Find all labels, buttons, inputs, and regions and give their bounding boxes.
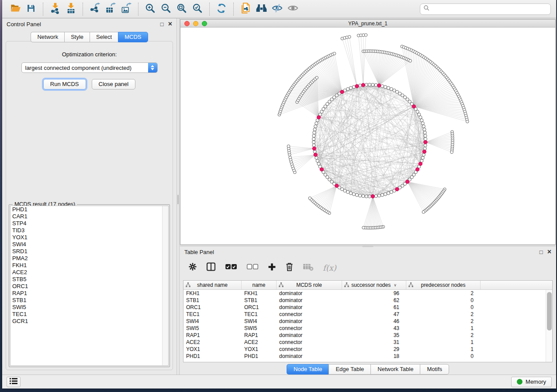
open-file-button[interactable]: [7, 2, 23, 17]
table-row[interactable]: TEC1TEC1connector472: [183, 311, 552, 318]
network-canvas[interactable]: [180, 28, 555, 244]
function-builder-button[interactable]: f(x): [323, 263, 336, 272]
network-window: YPA_prune.txt_1: [180, 19, 556, 245]
toolbar-separator: [209, 3, 210, 16]
tab-edge-table[interactable]: Edge Table: [329, 364, 370, 375]
mcds-result-item[interactable]: TID3: [10, 227, 168, 234]
mcds-result-item[interactable]: TEC1: [10, 311, 168, 318]
cell-MCDS-role: connector: [277, 339, 342, 346]
select-all-rows-button[interactable]: [225, 264, 237, 272]
delete-table-button[interactable]: [303, 263, 314, 273]
table-scrollbar[interactable]: [546, 290, 552, 362]
delete-columns-button[interactable]: [285, 262, 294, 273]
hide-selected-button[interactable]: [269, 2, 285, 17]
mcds-result-item[interactable]: RAP1: [10, 290, 168, 297]
mcds-result-item[interactable]: CAR1: [10, 213, 168, 220]
zoom-selected-button[interactable]: [190, 2, 205, 17]
cell-shared-name: YOX1: [183, 346, 242, 353]
zoom-fit-button[interactable]: [174, 2, 190, 17]
column-header-predecessor-nodes[interactable]: predecessor nodes: [406, 281, 481, 289]
table-row[interactable]: SWI5SWI5connector431: [183, 325, 552, 332]
tab-motifs[interactable]: Motifs: [420, 364, 449, 375]
export-network-button[interactable]: [87, 2, 103, 17]
mcds-result-item[interactable]: PHD1: [10, 206, 168, 213]
import-network-button[interactable]: [47, 2, 63, 17]
clone-network-icon: [240, 2, 252, 16]
network-window-titlebar[interactable]: YPA_prune.txt_1: [180, 20, 555, 28]
zoom-out-button[interactable]: [158, 2, 174, 17]
mcds-result-item[interactable]: PMA2: [10, 255, 168, 262]
mcds-result-item[interactable]: STB1: [10, 297, 168, 304]
search-box[interactable]: [420, 3, 551, 15]
cell-MCDS-role: connector: [277, 311, 342, 318]
control-panel: Control Panel □ × NetworkStyleSelectMCDS…: [2, 18, 176, 375]
tab-style[interactable]: Style: [64, 32, 90, 42]
table-scrollbar-thumb[interactable]: [547, 292, 552, 330]
add-column-button[interactable]: [268, 263, 276, 273]
show-panel-list-button[interactable]: [7, 377, 21, 387]
table-row[interactable]: ACE2ACE2connector311: [183, 339, 552, 346]
first-neighbors-button[interactable]: [253, 2, 269, 17]
column-layout-button[interactable]: [206, 262, 216, 273]
mcds-result-item[interactable]: SWI5: [10, 304, 168, 311]
tab-node-table[interactable]: Node Table: [287, 364, 329, 375]
cell-name: ORC1: [242, 304, 277, 311]
column-header-shared-name[interactable]: shared name: [183, 281, 242, 289]
zoom-selected-icon: [192, 3, 203, 16]
mcds-result-item[interactable]: ORC1: [10, 283, 168, 290]
refresh-view-button[interactable]: [214, 2, 229, 17]
cell-name: SWI4: [242, 318, 277, 325]
close-panel-icon[interactable]: ×: [168, 21, 172, 28]
mcds-result-item[interactable]: YOX1: [10, 234, 168, 241]
mcds-result-list[interactable]: PHD1CAR1STP4TID3YOX1SWI4SRD1PMA2FKH1ACE2…: [10, 206, 169, 366]
mcds-result-item[interactable]: FKH1: [10, 262, 168, 269]
tab-network[interactable]: Network: [31, 32, 64, 42]
table-header-row: shared namenameMCDS rolesuccessor nodes∨…: [183, 281, 552, 290]
network-graph[interactable]: [180, 28, 555, 244]
memory-label: Memory: [526, 378, 546, 385]
table-row[interactable]: STB1STB1dominator620: [183, 297, 552, 304]
export-image-button[interactable]: [118, 2, 134, 17]
cell-predecessor-nodes: 2: [406, 290, 481, 297]
vertical-splitter[interactable]: [176, 18, 180, 375]
clone-network-button[interactable]: [238, 2, 253, 17]
float-panel-icon[interactable]: □: [160, 21, 164, 27]
close-panel-button[interactable]: Close panel: [92, 79, 136, 89]
tab-select[interactable]: Select: [90, 32, 118, 42]
tab-network-table[interactable]: Network Table: [370, 364, 420, 375]
mcds-result-item[interactable]: ACE2: [10, 269, 168, 276]
memory-button[interactable]: Memory: [511, 377, 552, 387]
column-header-successor-nodes[interactable]: successor nodes∨: [342, 281, 406, 289]
export-table-button[interactable]: [103, 2, 118, 17]
close-table-panel-icon[interactable]: ×: [547, 248, 551, 255]
table-settings-button[interactable]: [188, 262, 197, 273]
deselect-all-rows-button[interactable]: [246, 264, 259, 272]
run-mcds-button[interactable]: Run MCDS: [43, 79, 86, 89]
gear-icon: [188, 262, 197, 273]
table-row[interactable]: PHD1PHD1dominator180: [183, 353, 552, 360]
table-row[interactable]: SWI4SWI4dominator462: [183, 318, 552, 325]
tab-mcds[interactable]: MCDS: [118, 32, 148, 42]
mcds-result-item[interactable]: STB5: [10, 276, 168, 283]
show-all-button[interactable]: [285, 2, 301, 17]
search-input[interactable]: [430, 6, 547, 12]
table-row[interactable]: RAP1RAP1dominator352: [183, 332, 552, 339]
table-row[interactable]: ORC1ORC1dominator610: [183, 304, 552, 311]
table-row[interactable]: YOX1YOX1connector291: [183, 346, 552, 353]
table-row[interactable]: FKH1FKH1dominator962: [183, 290, 552, 297]
optimization-criterion-select[interactable]: largest connected component (undirected): [21, 62, 158, 73]
column-header-MCDS-role[interactable]: MCDS role: [277, 281, 342, 289]
result-list-scrollbar[interactable]: [162, 206, 168, 365]
cell-shared-name: PHD1: [183, 353, 242, 360]
column-header-name[interactable]: name: [242, 281, 277, 289]
save-session-button[interactable]: [23, 2, 39, 17]
table-panel: Table Panel □ × f(x) shared namenameMCDS…: [180, 246, 556, 375]
mcds-result-item[interactable]: SRD1: [10, 248, 168, 255]
mcds-result-item[interactable]: GCR1: [10, 318, 168, 325]
import-table-button[interactable]: [63, 2, 79, 17]
mcds-result-item[interactable]: STP4: [10, 220, 168, 227]
mcds-result-item[interactable]: SWI4: [10, 241, 168, 248]
horizontal-splitter-grip[interactable]: [362, 245, 374, 247]
zoom-in-button[interactable]: [142, 2, 158, 17]
float-table-panel-icon[interactable]: □: [540, 249, 543, 255]
